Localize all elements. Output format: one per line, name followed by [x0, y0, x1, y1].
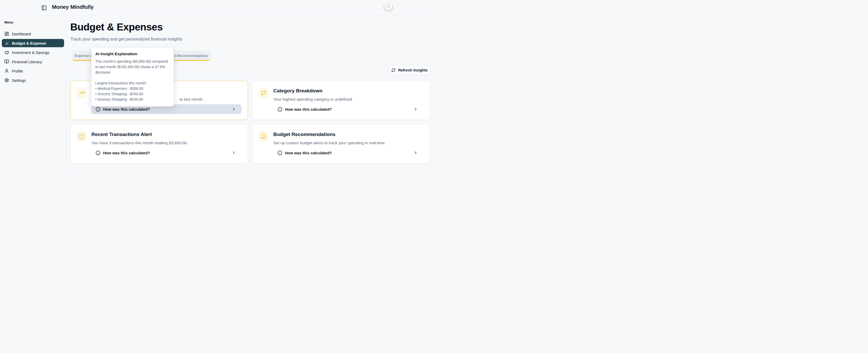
ai-insight-tooltip: AI Insight Explanation This month's spen…: [91, 47, 174, 107]
user-avatar[interactable]: [383, 3, 394, 13]
top-header: Money Mindfully: [0, 0, 434, 16]
chevron-right-icon: [413, 107, 418, 111]
card-desc: Set up custom budget alerts to track you…: [273, 141, 386, 145]
app-title: Money Mindfully: [52, 4, 94, 10]
refresh-icon: [392, 68, 396, 72]
sidebar-item-label: Budget & Expense: [12, 41, 46, 45]
tooltip-bullet: • Grocery Shopping: -$250.00: [95, 97, 170, 102]
sidebar-item-financial-literacy[interactable]: Financial Literacy: [2, 58, 64, 66]
sidebar-item-profile[interactable]: Profile: [2, 67, 64, 75]
info-icon: [277, 107, 282, 112]
chevron-right-icon: [232, 151, 236, 155]
info-icon: [277, 150, 282, 155]
tooltip-list-heading: Largest transactions this month:: [95, 80, 170, 86]
bar-chart-icon: [4, 41, 9, 45]
how-calculated-label: How was this calculated?: [103, 151, 150, 155]
card-recent-transactions: Recent Transactions Alert You have 9 tra…: [70, 125, 248, 164]
card-desc: Your highest spending category is undefi…: [273, 97, 353, 102]
tooltip-gap: [95, 75, 170, 80]
info-icon: [96, 107, 100, 112]
refresh-insights-button[interactable]: Refresh Insights: [389, 65, 430, 75]
refresh-label: Refresh Insights: [398, 68, 428, 72]
tooltip-bullet: • Grocery Shopping: -$250.00: [95, 91, 170, 97]
how-calculated-label: How was this calculated?: [285, 151, 332, 155]
sidebar-item-settings[interactable]: Settings: [2, 76, 64, 84]
card-budget-recommendations: Budget Recommendations Set up custom bud…: [252, 125, 430, 164]
app-root: Money Mindfully Menu Dashboard Budget & …: [0, 0, 434, 176]
how-calculated-button[interactable]: How was this calculated?: [273, 104, 424, 114]
card-title: Category Breakdown: [273, 88, 322, 94]
page-subtitle: Track your spending and get personalized…: [70, 37, 182, 41]
tooltip-bullet: • Medical Expenses: -$300.00: [95, 86, 170, 91]
how-calculated-button[interactable]: How was this calculated?: [91, 148, 242, 158]
card-desc-fragment: to last month.: [180, 97, 204, 102]
sidebar-item-investment-savings[interactable]: Investment & Savings: [2, 48, 64, 57]
how-calculated-button[interactable]: How was this calculated?: [273, 148, 424, 158]
page-title: Budget & Expenses: [70, 22, 163, 33]
sidebar-item-label: Dashboard: [12, 32, 31, 36]
piggy-bank-icon: [4, 50, 9, 55]
alert-circle-icon: [76, 131, 87, 142]
sidebar-toggle-icon[interactable]: [41, 5, 47, 10]
tooltip-body: This month's spending ($3,850.00) compar…: [95, 59, 170, 102]
book-open-icon: [4, 59, 9, 64]
info-icon: [96, 150, 100, 155]
tooltip-title: AI Insight Explanation: [95, 51, 170, 56]
sidebar-item-label: Investment & Savings: [12, 50, 49, 55]
gear-icon: [4, 78, 9, 82]
repeat-icon: [258, 88, 269, 98]
sidebar: Menu Dashboard Budget & Expense Investme…: [0, 15, 66, 176]
tooltip-paragraph: This month's spending ($3,850.00) compar…: [95, 59, 170, 75]
card-category-breakdown: Category Breakdown Your highest spending…: [252, 81, 430, 120]
how-calculated-label: How was this calculated?: [285, 107, 332, 111]
dashboard-grid-icon: [4, 32, 9, 36]
card-title: Budget Recommendations: [273, 132, 336, 137]
sidebar-nav: Dashboard Budget & Expense Investment & …: [0, 30, 66, 84]
sidebar-item-budget-expense[interactable]: Budget & Expense: [2, 39, 64, 47]
sidebar-item-label: Profile: [12, 69, 23, 73]
trending-up-icon: [76, 88, 87, 98]
sidebar-item-label: Settings: [12, 78, 26, 82]
how-calculated-label: How was this calculated?: [103, 107, 150, 111]
sidebar-menu-label: Menu: [4, 21, 66, 24]
bell-icon: [258, 131, 269, 142]
card-desc: You have 9 transactions this month total…: [91, 141, 188, 145]
card-title: Recent Transactions Alert: [91, 132, 152, 137]
chevron-right-icon: [413, 151, 418, 155]
user-icon: [4, 69, 9, 73]
sidebar-item-label: Financial Literacy: [12, 60, 42, 64]
chevron-right-icon: [232, 107, 236, 111]
sidebar-item-dashboard[interactable]: Dashboard: [2, 30, 64, 38]
